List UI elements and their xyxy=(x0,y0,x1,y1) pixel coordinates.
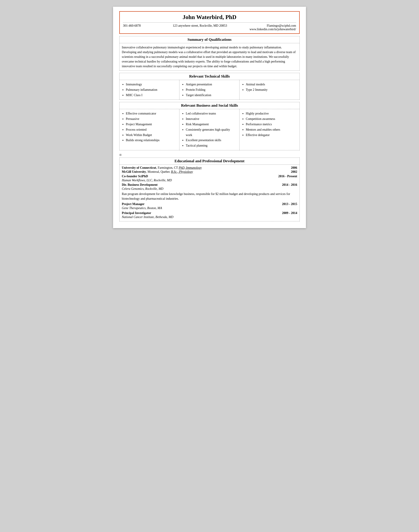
list-item: Competition awareness xyxy=(246,116,297,122)
biz-dev-subtitle: Celera Genomics, Rockville, MD xyxy=(122,187,297,191)
education-section: Educational and Professional Development… xyxy=(119,158,300,222)
list-item: Immunology xyxy=(126,82,177,87)
edu-entry-uconn: University of Connecticut, Farmington, C… xyxy=(122,166,297,170)
list-item: Consistently generates high quality work xyxy=(186,127,237,138)
list-item: Mentors and enables others xyxy=(246,127,297,132)
mcgill-degree: B.Sc., Physiology xyxy=(171,170,193,173)
edu-entry-mcgill: McGill University, Montreal, Quebec B.Sc… xyxy=(122,170,297,174)
list-item: Risk Management xyxy=(186,122,237,127)
sciphd-subtitle: Human Workflows, LLC, Rockville, MD xyxy=(122,179,297,182)
list-item: Type 2 Immunity xyxy=(246,87,297,93)
technical-skills-title: Relevant Technical Skills xyxy=(119,73,300,80)
list-item: Antigen presentation xyxy=(186,82,237,87)
education-title: Educational and Professional Development xyxy=(119,158,300,165)
email-linkedin: Flamingo@sciphd.com www.linkedin.com/in/… xyxy=(238,24,296,31)
list-item: Effective delegator xyxy=(246,132,297,138)
list-item: Led collaborative teams xyxy=(186,111,237,116)
mcgill-location: , Montreal, Quebec xyxy=(146,170,171,173)
biz-dev-title: Dir. Business Development xyxy=(122,183,157,186)
list-item: Performance metrics xyxy=(246,122,297,127)
education-body: University of Connecticut, Farmington, C… xyxy=(119,165,300,221)
biz-col-2-list: Led collaborative teamsInnovativeRisk Ma… xyxy=(182,111,237,148)
tech-col-1: ImmunologyPulmonary inflammationMHC Clas… xyxy=(119,80,179,99)
job-project-manager: Project Manager 2013 - 2015 xyxy=(122,202,297,206)
list-item: Highly productive xyxy=(246,111,297,116)
pm-subtitle: Gene Therapeutics, Boston, MA xyxy=(122,206,297,210)
mcgill-year: 2002 xyxy=(291,170,297,174)
contact-info: 301-460-6878 123 anywhere street, Rockvi… xyxy=(123,22,296,31)
biz-col-3: Highly productiveCompetition awarenessPe… xyxy=(240,109,300,150)
uconn-degree: PhD, Immunology xyxy=(179,166,202,169)
address: 123 anywhere street, Rockville, MD 20853 xyxy=(161,24,238,27)
list-item: Pulmonary inflammation xyxy=(126,87,177,93)
uconn-year: 2006 xyxy=(291,166,297,170)
pm-title: Project Manager xyxy=(122,202,144,206)
candidate-name: John Waterbird, PhD xyxy=(123,14,296,21)
technical-skills-grid: ImmunologyPulmonary inflammationMHC Clas… xyxy=(119,80,300,99)
uconn-institution: University of Connecticut xyxy=(122,166,156,169)
list-item: Work Within Budget xyxy=(126,132,177,138)
list-item: Tactical planning xyxy=(186,143,237,148)
list-item: Animal models xyxy=(246,82,297,87)
summary-title: Summary of Qualifications xyxy=(119,36,300,43)
summary-section: Summary of Qualifications Innovative col… xyxy=(119,36,300,71)
job-biz-dev-left: Dir. Business Development xyxy=(122,183,277,187)
list-item: Project Management xyxy=(126,122,177,127)
list-item: Excellent presentation skills xyxy=(186,137,237,143)
list-item: Protein Folding xyxy=(186,87,237,93)
biz-col-3-list: Highly productiveCompetition awarenessPe… xyxy=(242,111,297,137)
uconn-location: , Farmington, CT xyxy=(156,166,179,169)
job-pi-left: Principal Investigator xyxy=(122,211,277,215)
edu-mcgill-left: McGill University, Montreal, Quebec B.Sc… xyxy=(122,170,287,174)
list-item: MHC Class I xyxy=(126,93,177,98)
mcgill-institution: McGill University xyxy=(122,170,146,173)
business-skills-grid: Effective communicatorPersuasiveProject … xyxy=(119,109,300,150)
biz-dev-desc: Ran program development for online knowl… xyxy=(122,192,297,201)
list-item: Innovative xyxy=(186,116,237,122)
list-item: Process oriented xyxy=(126,127,177,132)
sciphd-years: 2016 - Present xyxy=(278,174,297,178)
email: Flamingo@sciphd.com xyxy=(238,24,296,27)
tech-col-2-list: Antigen presentationProtein FoldingTarge… xyxy=(182,82,237,98)
pi-title: Principal Investigator xyxy=(122,211,151,215)
edu-uconn-left: University of Connecticut, Farmington, C… xyxy=(122,166,287,170)
job-pm-left: Project Manager xyxy=(122,202,277,206)
biz-col-2: Led collaborative teamsInnovativeRisk Ma… xyxy=(179,109,239,150)
tech-col-1-list: ImmunologyPulmonary inflammationMHC Clas… xyxy=(122,82,177,98)
job-biz-dev: Dir. Business Development 2014 - 2016 xyxy=(122,183,297,187)
expand-icon[interactable]: ⊞ xyxy=(119,153,122,157)
list-item: Target identification xyxy=(186,93,237,98)
job-sciphd-left: Co-founder SciPhD xyxy=(122,174,274,178)
sciphd-title: Co-founder SciPhD xyxy=(122,174,148,178)
phone: 301-460-6878 xyxy=(123,24,161,27)
job-sciphd: Co-founder SciPhD 2016 - Present xyxy=(122,174,297,178)
business-skills-section: Relevant Business and Social Skills Effe… xyxy=(119,102,300,150)
header-section: John Waterbird, PhD 301-460-6878 123 any… xyxy=(119,11,300,34)
pm-years: 2013 - 2015 xyxy=(282,202,297,206)
summary-text: Innovative collaborative pulmonary immun… xyxy=(119,43,300,70)
pi-years: 2009 - 2014 xyxy=(282,211,297,215)
tech-col-2: Antigen presentationProtein FoldingTarge… xyxy=(179,80,239,99)
list-item: Persuasive xyxy=(126,116,177,122)
biz-col-1-list: Effective communicatorPersuasiveProject … xyxy=(122,111,177,143)
biz-col-1: Effective communicatorPersuasiveProject … xyxy=(119,109,179,150)
tech-col-3: Animal modelsType 2 Immunity xyxy=(240,80,300,99)
job-principal-investigator: Principal Investigator 2009 - 2014 xyxy=(122,211,297,215)
technical-skills-section: Relevant Technical Skills ImmunologyPulm… xyxy=(119,73,300,100)
list-item: Builds strong relationships xyxy=(126,137,177,143)
pi-subtitle: National Cancer Institute, Bethesda, MD xyxy=(122,215,297,219)
resume-page: John Waterbird, PhD 301-460-6878 123 any… xyxy=(113,7,306,228)
list-item: Effective communicator xyxy=(126,111,177,116)
linkedin: www.linkedin.com/in/johnwaterbird/ xyxy=(238,27,296,31)
business-skills-title: Relevant Business and Social Skills xyxy=(119,102,300,109)
tech-col-3-list: Animal modelsType 2 Immunity xyxy=(242,82,297,93)
biz-dev-years: 2014 - 2016 xyxy=(282,183,297,187)
